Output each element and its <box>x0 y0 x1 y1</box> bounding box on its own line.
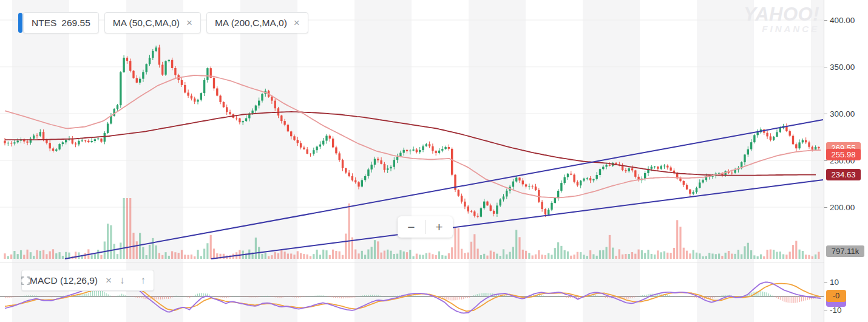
watermark-line1: YAHOO! <box>744 5 819 24</box>
close-icon[interactable]: × <box>294 18 300 28</box>
close-icon[interactable]: × <box>106 275 112 286</box>
axis-tick <box>824 67 827 67</box>
ticker-chip[interactable]: NTES 269.55 <box>18 12 99 33</box>
axis-tick <box>824 114 827 114</box>
indicator-label: MA (50,C,MA,0) <box>113 18 180 29</box>
ma50-value-badge: 255.98 <box>826 149 861 160</box>
ticker-last-price: 269.55 <box>61 18 90 29</box>
ma200-value-badge: 234.63 <box>826 169 861 180</box>
axis-tick-label: 400.00 <box>830 16 855 25</box>
month-band <box>811 262 824 322</box>
zoom-in-button[interactable]: + <box>426 216 453 238</box>
zoom-out-button[interactable]: − <box>398 216 425 238</box>
month-band <box>697 0 754 262</box>
indicator-chip-ma50[interactable]: MA (50,C,MA,0) × <box>104 12 201 33</box>
price-axis[interactable]: 269.55 255.98 234.63 797.11k -0 400.0035… <box>824 0 868 322</box>
ticker-accent-bar <box>18 13 22 33</box>
ticker-symbol: NTES <box>32 18 56 29</box>
month-band <box>811 0 824 262</box>
move-down-icon[interactable]: ↓ <box>120 275 125 286</box>
axis-tick-label: 200.00 <box>830 203 855 212</box>
month-band <box>126 0 183 262</box>
axis-tick <box>824 20 827 21</box>
axis-tick <box>824 282 827 283</box>
axis-tick-label: 10 <box>830 278 839 287</box>
axis-tick-label: 300.00 <box>830 109 855 118</box>
zoom-control: − + <box>398 216 453 238</box>
month-band <box>469 0 526 262</box>
macd-value-badge: -0 <box>826 290 846 302</box>
month-band <box>12 0 69 262</box>
month-band <box>354 262 412 322</box>
indicator-label: MA (200,C,MA,0) <box>215 18 287 29</box>
watermark-line2: FINANCE <box>744 24 819 35</box>
macd-indicator-chip[interactable]: MACD (12,26,9) × ↓ ↑ <box>21 270 154 291</box>
close-icon[interactable]: × <box>186 18 192 28</box>
volume-value-badge: 797.11k <box>826 245 864 257</box>
month-band <box>583 262 640 322</box>
axis-tick <box>824 207 827 208</box>
axis-tick-label: 350.00 <box>830 63 855 72</box>
month-band <box>469 262 526 322</box>
legend-chips: NTES 269.55 MA (50,C,MA,0) × MA (200,C,M… <box>18 12 308 33</box>
month-band <box>240 262 297 322</box>
month-band <box>583 0 640 262</box>
macd-label: MACD (12,26,9) <box>30 275 98 286</box>
axis-tick <box>824 310 827 310</box>
move-up-icon[interactable]: ↑ <box>140 275 146 286</box>
yahoo-finance-watermark: YAHOO! FINANCE <box>744 5 819 35</box>
month-band <box>697 262 754 322</box>
indicator-chip-ma200[interactable]: MA (200,C,MA,0) × <box>206 12 308 33</box>
